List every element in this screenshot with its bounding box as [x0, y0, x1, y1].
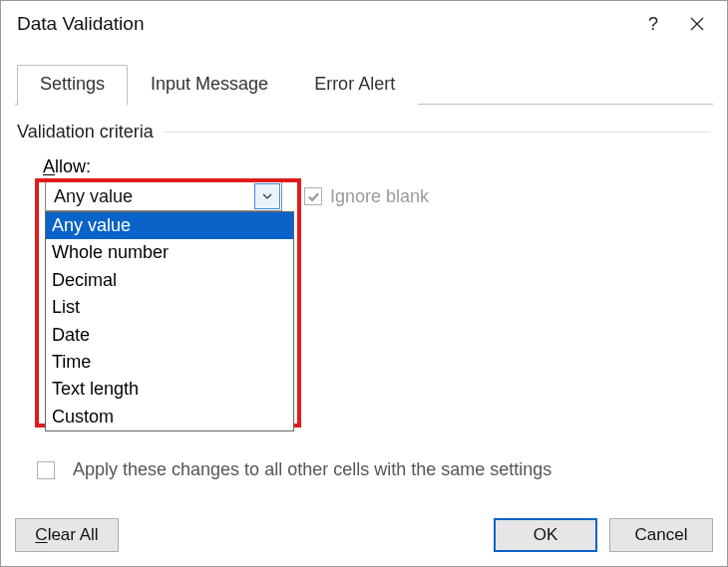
- allow-option[interactable]: Text length: [46, 376, 293, 403]
- ignore-blank-label: Ignore blank: [330, 186, 429, 207]
- ignore-blank-row: Ignore blank: [304, 186, 429, 207]
- allow-option[interactable]: Time: [46, 349, 293, 376]
- allow-option[interactable]: Date: [46, 322, 293, 349]
- titlebar: Data Validation ?: [1, 1, 727, 47]
- tab-input-message[interactable]: Input Message: [128, 65, 291, 105]
- allow-label: Allow:: [43, 156, 727, 177]
- tab-settings[interactable]: Settings: [17, 65, 128, 106]
- validation-criteria-label: Validation criteria: [17, 122, 711, 142]
- dropdown-button[interactable]: [254, 183, 280, 209]
- check-icon: [307, 190, 320, 203]
- chevron-down-icon: [260, 189, 274, 203]
- apply-changes-label: Apply these changes to all other cells w…: [73, 459, 551, 480]
- allow-selected-value: Any value: [46, 186, 254, 207]
- apply-changes-row: Apply these changes to all other cells w…: [37, 459, 551, 480]
- ignore-blank-checkbox: [304, 187, 322, 205]
- ok-button[interactable]: OK: [494, 518, 597, 552]
- apply-changes-checkbox[interactable]: [37, 461, 55, 479]
- allow-option[interactable]: Any value: [46, 212, 293, 239]
- allow-option[interactable]: Custom: [46, 404, 293, 430]
- allow-dropdown-list[interactable]: Any valueWhole numberDecimalListDateTime…: [45, 211, 294, 431]
- allow-select[interactable]: Any value Any valueWhole numberDecimalLi…: [45, 181, 282, 211]
- tabstrip: Settings Input Message Error Alert: [17, 65, 727, 105]
- allow-option[interactable]: List: [46, 294, 293, 321]
- tab-error-alert[interactable]: Error Alert: [291, 65, 418, 105]
- clear-all-button[interactable]: Clear All: [15, 518, 119, 552]
- close-icon: [689, 16, 705, 32]
- allow-option[interactable]: Whole number: [46, 239, 293, 266]
- allow-option[interactable]: Decimal: [46, 267, 293, 294]
- help-button[interactable]: ?: [631, 4, 675, 44]
- window-title: Data Validation: [17, 13, 631, 35]
- close-button[interactable]: [675, 4, 719, 44]
- button-bar: Clear All OK Cancel: [15, 518, 713, 552]
- cancel-button[interactable]: Cancel: [609, 518, 713, 552]
